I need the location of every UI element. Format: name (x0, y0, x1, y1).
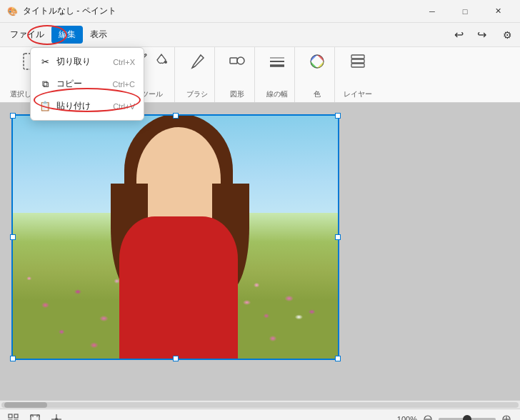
color-label: 色 (314, 89, 321, 99)
brush-tool[interactable] (184, 50, 210, 73)
resize-handle-tl[interactable] (10, 113, 16, 119)
settings-button[interactable]: ⚙ (497, 25, 517, 45)
svg-point-4 (237, 57, 244, 64)
resize-handle-ml[interactable] (10, 234, 16, 240)
linewidth-tool[interactable] (264, 50, 290, 73)
ribbon-group-brush: ブラシ (179, 47, 215, 102)
shapes-icon (227, 51, 247, 71)
brush-icon (187, 51, 207, 71)
menu-view[interactable]: 表示 (83, 26, 114, 44)
redo-button[interactable]: ↪ (471, 25, 491, 45)
status-grid-button[interactable] (6, 411, 21, 421)
dropdown-paste-label: 貼り付け (56, 100, 91, 112)
paste-shortcut: Ctrl+V (113, 102, 135, 111)
svg-rect-11 (351, 55, 364, 59)
cut-shortcut: Ctrl+X (113, 58, 135, 66)
svg-rect-9 (351, 64, 364, 67)
canvas-image (13, 116, 338, 359)
resize-handle-tr[interactable] (335, 113, 341, 119)
app-icon: 🎨 (6, 5, 19, 18)
layers-icon (348, 51, 368, 71)
ribbon-group-linewidth: 線の幅 (259, 47, 295, 102)
svg-rect-10 (351, 59, 364, 63)
status-bar: 100% (0, 409, 520, 420)
scroll-thumb[interactable] (4, 402, 47, 408)
brush-label: ブラシ (186, 89, 208, 99)
svg-rect-3 (230, 58, 237, 64)
zoom-percent: 100% (397, 415, 417, 421)
resize-handle-tm[interactable] (173, 113, 179, 119)
canvas-container[interactable] (11, 114, 339, 360)
photo-background (13, 116, 338, 359)
status-fullscreen-button[interactable] (27, 411, 43, 421)
svg-rect-16 (31, 415, 39, 421)
scroll-track[interactable] (1, 402, 519, 408)
window-title: タイトルなし - ペイント (23, 5, 416, 17)
svg-point-2 (164, 61, 167, 64)
layers-tool[interactable] (345, 50, 371, 73)
status-coords-button[interactable] (49, 411, 64, 421)
resize-handle-bm[interactable] (173, 356, 179, 361)
minimize-button[interactable]: ─ (416, 0, 449, 23)
status-left (6, 411, 64, 421)
resize-handle-mr[interactable] (335, 234, 341, 240)
horizontal-scrollbar[interactable] (0, 400, 520, 409)
edit-dropdown-menu: ✂ 切り取り Ctrl+X ⧉ コピー Ctrl+C 📋 貼り付け Ctrl+V (30, 47, 144, 121)
close-button[interactable]: ✕ (481, 0, 514, 23)
menu-edit[interactable]: 編集 (51, 26, 83, 44)
undo-redo-group: ↩ ↪ (449, 25, 491, 45)
shapes-label: 図形 (230, 89, 244, 99)
menu-bar: ファイル 編集 表示 ↩ ↪ ⚙ ✂ 切り取り Ctrl+X ⧉ コピー Ctr… (0, 23, 520, 47)
svg-rect-13 (14, 414, 18, 418)
linewidth-label: 線の幅 (266, 89, 288, 99)
zoom-in-button[interactable] (499, 411, 514, 421)
maximize-button[interactable]: □ (449, 0, 481, 23)
color-tool[interactable] (304, 50, 330, 73)
dropdown-cut[interactable]: ✂ 切り取り Ctrl+X (31, 51, 144, 73)
cut-icon: ✂ (39, 56, 51, 67)
person-body (119, 216, 238, 359)
ribbon-group-color: 色 (299, 47, 335, 102)
color-icon (307, 51, 327, 71)
svg-rect-12 (9, 414, 12, 418)
tools-label: ツール (141, 89, 163, 99)
zoom-slider[interactable] (439, 418, 496, 421)
ribbon-group-shapes: 図形 (219, 47, 255, 102)
dropdown-cut-label: 切り取り (56, 56, 91, 68)
shapes-tool[interactable] (224, 50, 250, 73)
canvas-area (0, 103, 520, 400)
zoom-slider-thumb[interactable] (463, 415, 471, 421)
menu-file[interactable]: ファイル (3, 26, 51, 44)
fill-tool[interactable] (153, 50, 170, 67)
copy-shortcut: Ctrl+C (113, 80, 135, 89)
undo-button[interactable]: ↩ (449, 25, 469, 45)
svg-point-19 (55, 418, 58, 421)
status-right: 100% (397, 411, 514, 421)
ribbon-group-layers: レイヤー (339, 47, 376, 102)
resize-handle-br[interactable] (335, 356, 341, 361)
resize-handle-bl[interactable] (10, 356, 16, 361)
copy-icon: ⧉ (39, 79, 51, 90)
dropdown-paste[interactable]: 📋 貼り付け Ctrl+V (31, 95, 144, 117)
dropdown-copy[interactable]: ⧉ コピー Ctrl+C (31, 73, 144, 95)
linewidth-icon (267, 51, 287, 71)
paste-icon: 📋 (39, 101, 51, 111)
title-bar: 🎨 タイトルなし - ペイント ─ □ ✕ (0, 0, 520, 23)
photo-person (94, 140, 264, 359)
layers-label: レイヤー (344, 89, 372, 99)
window-controls: ─ □ ✕ (416, 0, 514, 23)
dropdown-copy-label: コピー (56, 78, 82, 90)
zoom-out-button[interactable] (420, 411, 436, 421)
